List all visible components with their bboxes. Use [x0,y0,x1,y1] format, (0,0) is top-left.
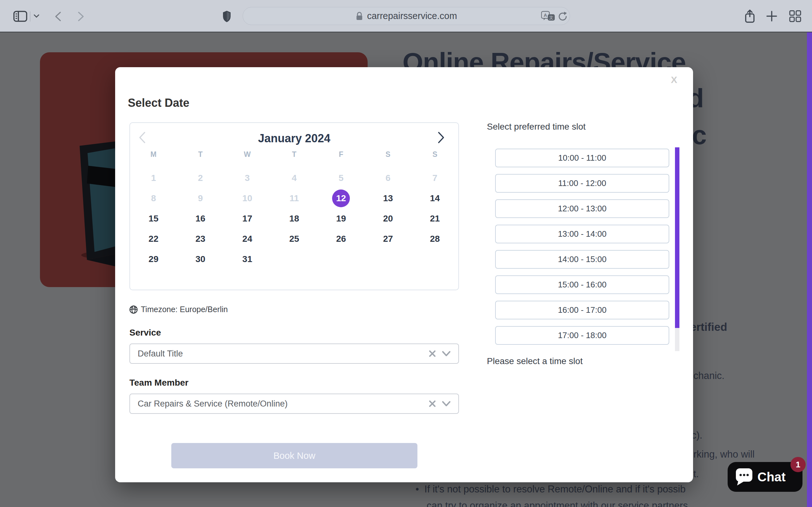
timeslot-list: 10:00 - 11:0011:00 - 12:0012:00 - 13:001… [495,149,669,351]
calendar-week-row: 891011121314 [130,188,458,209]
chevron-right-icon [78,11,84,21]
calendar-day-24[interactable]: 24 [224,229,271,249]
calendar-day-27[interactable]: 27 [364,229,411,249]
chevron-down-icon [34,14,39,18]
timeslot-button[interactable]: 10:00 - 11:00 [495,149,669,167]
timeslot-button[interactable]: 11:00 - 12:00 [495,174,669,193]
plus-icon [766,11,777,21]
team-member-value: Car Repairs & Service (Remote/Online) [138,399,428,409]
timeslot-button[interactable]: 14:00 - 15:00 [495,250,669,269]
calendar-day-3[interactable]: 3 [224,168,271,188]
weekday-label: S [364,150,411,159]
timeslot-button[interactable]: 16:00 - 17:00 [495,301,669,320]
calendar-week-row: 15161718192021 [130,209,458,229]
timeslot-button[interactable]: 17:00 - 18:00 [495,326,669,345]
calendar-day-9[interactable]: 9 [177,188,224,209]
calendar-day-8[interactable]: 8 [130,188,177,209]
timeslot-helper-text: Please select a time slot [487,356,583,366]
calendar-day-17[interactable]: 17 [224,209,271,229]
calendar-day-21[interactable]: 21 [411,209,458,229]
lock-icon [356,12,363,20]
reload-button[interactable] [558,7,568,25]
chat-label: Chat [757,470,786,484]
clear-icon[interactable] [428,350,436,357]
share-icon [744,9,756,23]
calendar-grid: 1234567891011121314151617181920212223242… [130,168,458,269]
privacy-report-button[interactable] [222,10,231,22]
calendar-week-row: 22232425262728 [130,229,458,249]
service-value: Default Title [138,349,428,359]
sidebar-toggle-button[interactable] [13,11,27,22]
calendar-day-22[interactable]: 22 [130,229,177,249]
calendar-day-7[interactable]: 7 [411,168,458,188]
tab-overview-button[interactable] [789,10,801,22]
timeslot-scrollbar[interactable] [675,147,679,351]
service-label: Service [130,328,161,338]
calendar-day-25[interactable]: 25 [271,229,318,249]
calendar-month-label: January 2024 [130,132,458,145]
calendar-day-2[interactable]: 2 [177,168,224,188]
calendar-next-button[interactable] [438,131,450,145]
calendar-day-11[interactable]: 11 [271,188,318,209]
clear-icon[interactable] [428,400,436,407]
chevron-down-icon[interactable] [442,401,451,406]
calendar-day-26[interactable]: 26 [317,229,364,249]
calendar-day-30[interactable]: 30 [177,249,224,269]
weekday-label: T [177,150,224,159]
weekday-label: S [411,150,458,159]
calendar-day-1[interactable]: 1 [130,168,177,188]
back-button[interactable] [55,11,61,21]
sidebar-menu-button[interactable] [34,14,39,18]
new-tab-button[interactable] [766,11,777,21]
forward-button[interactable] [78,11,84,21]
timeslot-button[interactable]: 13:00 - 14:00 [495,225,669,243]
svg-text:文: 文 [549,15,554,20]
address-bar[interactable]: carrepairsservice.com A 文 [243,7,570,25]
timezone-row: Timezone: Europe/Berlin [130,305,228,314]
timeslot-title: Select preferred time slot [487,122,586,132]
calendar-day-31[interactable]: 31 [224,249,271,269]
url-text: carrepairsservice.com [367,11,457,21]
calendar-day-18[interactable]: 18 [271,209,318,229]
calendar-day-28[interactable]: 28 [411,229,458,249]
chevron-down-icon[interactable] [442,351,451,356]
calendar-day-15[interactable]: 15 [130,209,177,229]
calendar: January 2024 MTWTFSS 1234567891011121314… [130,122,459,290]
chat-unread-badge: 1 [791,457,806,472]
calendar-day-4[interactable]: 4 [271,168,318,188]
book-now-button[interactable]: Book Now [171,443,417,468]
reload-icon [558,11,568,21]
grid-icon [789,10,801,22]
team-member-select[interactable]: Car Repairs & Service (Remote/Online) [130,394,459,414]
timeslot-button[interactable]: 15:00 - 16:00 [495,275,669,294]
translate-button[interactable]: A 文 [541,7,555,25]
timeslot-button[interactable]: 12:00 - 13:00 [495,199,669,218]
close-button[interactable]: X [668,73,680,86]
calendar-day-16[interactable]: 16 [177,209,224,229]
weekday-label: F [317,150,364,159]
share-button[interactable] [744,9,756,23]
selected-day-circle: 12 [332,189,350,207]
calendar-empty-cell [271,249,318,269]
calendar-day-6[interactable]: 6 [364,168,411,188]
calendar-day-13[interactable]: 13 [364,188,411,209]
calendar-day-12[interactable]: 12 [317,188,364,209]
timezone-label: Timezone: Europe/Berlin [141,305,228,314]
calendar-day-14[interactable]: 14 [411,188,458,209]
weekday-label: T [271,150,318,159]
calendar-day-23[interactable]: 23 [177,229,224,249]
service-select[interactable]: Default Title [130,343,459,364]
chat-bubble-icon [735,468,753,486]
team-member-label: Team Member [130,378,189,388]
page-scrollbar[interactable] [807,32,812,507]
booking-modal: X Select Date January 2024 MTWTFSS 12345… [115,67,693,482]
calendar-day-10[interactable]: 10 [224,188,271,209]
timeslot-scrollbar-thumb[interactable] [675,147,679,328]
calendar-week-row: 293031 [130,249,458,269]
calendar-day-29[interactable]: 29 [130,249,177,269]
calendar-weekday-row: MTWTFSS [130,150,458,159]
calendar-day-20[interactable]: 20 [364,209,411,229]
calendar-day-19[interactable]: 19 [317,209,364,229]
modal-title: Select Date [128,96,189,110]
calendar-day-5[interactable]: 5 [317,168,364,188]
